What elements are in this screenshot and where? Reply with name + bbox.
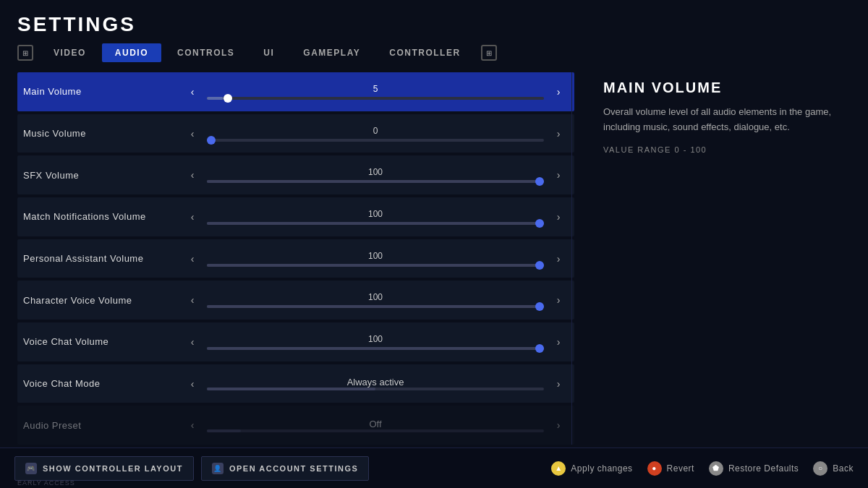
revert-button[interactable]: ● Revert [647, 461, 694, 476]
setting-row-personal-assistant-volume[interactable]: Personal Assistant Volume ‹ 100 › [17, 239, 574, 278]
controller-icon: 🎮 [25, 463, 37, 474]
slider-value-personal-assistant-volume: 100 [368, 251, 383, 261]
setting-row-main-volume[interactable]: Main Volume ‹ 5 › [17, 72, 574, 111]
arrow-right-character-voice-volume[interactable]: › [548, 290, 569, 310]
tab-icon-left: ⊞ [17, 45, 33, 61]
page-title: SETTINGS [0, 0, 868, 43]
arrow-right-match-notifications-volume[interactable]: › [548, 207, 569, 227]
tab-ui[interactable]: UI [250, 43, 287, 62]
setting-row-match-notifications-volume[interactable]: Match Notifications Volume ‹ 100 › [17, 197, 574, 236]
setting-label-music-volume: Music Volume [23, 128, 182, 139]
settings-list: Main Volume ‹ 5 › Music Volume ‹ 0 [17, 72, 574, 445]
setting-label-character-voice-volume: Character Voice Volume [23, 295, 182, 306]
apply-label: Apply changes [571, 463, 632, 474]
bottom-right-actions: ▲ Apply changes ● Revert ⬟ Restore Defau… [551, 461, 854, 476]
tab-audio[interactable]: AUDIO [102, 43, 161, 62]
detail-range: VALUE RANGE 0 - 100 [603, 145, 836, 154]
setting-label-voice-chat-volume: Voice Chat Volume [23, 336, 182, 347]
divider [571, 72, 572, 445]
arrow-left-sfx-volume[interactable]: ‹ [182, 165, 203, 185]
arrow-left-main-volume[interactable]: ‹ [182, 82, 203, 102]
tab-gameplay[interactable]: GAMEPLAY [290, 43, 373, 62]
setting-label-voice-chat-mode: Voice Chat Mode [23, 378, 182, 389]
apply-changes-button[interactable]: ▲ Apply changes [551, 461, 632, 476]
select-value-audio-preset: Off [369, 419, 381, 429]
slider-value-music-volume: 0 [373, 126, 378, 136]
arrow-right-music-volume[interactable]: › [548, 124, 569, 144]
arrow-right-voice-chat-mode[interactable]: › [548, 374, 569, 394]
account-icon: 👤 [212, 463, 224, 474]
back-circle-icon: ○ [813, 461, 827, 476]
tab-controls[interactable]: CONTROLS [164, 43, 247, 62]
setting-label-personal-assistant-volume: Personal Assistant Volume [23, 253, 182, 264]
slider-value-main-volume: 5 [373, 84, 378, 94]
revert-circle-icon: ● [647, 461, 662, 476]
bottom-bar: 🎮 SHOW CONTROLLER LAYOUT 👤 OPEN ACCOUNT … [0, 448, 868, 488]
restore-label: Restore Defaults [728, 463, 799, 474]
select-value-voice-chat-mode: Always active [347, 377, 404, 388]
tabs-bar: ⊞ VIDEO AUDIO CONTROLS UI GAMEPLAY CONTR… [0, 43, 868, 62]
detail-description: Overall volume level of all audio elemen… [603, 105, 836, 135]
setting-row-music-volume[interactable]: Music Volume ‹ 0 › [17, 114, 574, 153]
arrow-right-personal-assistant-volume[interactable]: › [548, 249, 569, 269]
back-label: Back [833, 463, 854, 474]
arrow-right-audio-preset: › [548, 415, 569, 435]
restore-circle-icon: ⬟ [709, 461, 723, 476]
arrow-left-music-volume[interactable]: ‹ [182, 124, 203, 144]
setting-label-match-notifications-volume: Match Notifications Volume [23, 211, 182, 222]
apply-circle-icon: ▲ [551, 461, 566, 476]
setting-label-audio-preset: Audio Preset [23, 420, 182, 431]
open-account-settings-button[interactable]: 👤 OPEN ACCOUNT SETTINGS [201, 456, 369, 481]
arrow-left-voice-chat-volume[interactable]: ‹ [182, 332, 203, 352]
tab-icon-right: ⊞ [481, 45, 497, 61]
slider-value-character-voice-volume: 100 [368, 292, 383, 302]
arrow-left-voice-chat-mode[interactable]: ‹ [182, 374, 203, 394]
arrow-left-character-voice-volume[interactable]: ‹ [182, 290, 203, 310]
setting-row-voice-chat-mode[interactable]: Voice Chat Mode ‹ Always active › [17, 364, 574, 403]
slider-value-sfx-volume: 100 [368, 167, 383, 177]
slider-value-match-notifications-volume: 100 [368, 209, 383, 219]
detail-panel: MAIN VOLUME Overall volume level of all … [589, 72, 851, 445]
arrow-left-match-notifications-volume[interactable]: ‹ [182, 207, 203, 227]
tab-controller[interactable]: CONTROLLER [376, 43, 473, 62]
early-access-label: EARLY ACCESS [17, 479, 75, 487]
back-button[interactable]: ○ Back [813, 461, 854, 476]
detail-title: MAIN VOLUME [603, 80, 836, 96]
show-controller-label: SHOW CONTROLLER LAYOUT [43, 464, 183, 473]
restore-defaults-button[interactable]: ⬟ Restore Defaults [709, 461, 799, 476]
arrow-right-main-volume[interactable]: › [548, 82, 569, 102]
open-account-label: OPEN ACCOUNT SETTINGS [229, 464, 358, 473]
show-controller-layout-button[interactable]: 🎮 SHOW CONTROLLER LAYOUT [14, 456, 194, 481]
setting-label-sfx-volume: SFX Volume [23, 170, 182, 181]
setting-label-main-volume: Main Volume [23, 86, 182, 97]
arrow-left-audio-preset: ‹ [182, 415, 203, 435]
setting-row-audio-preset: Audio Preset ‹ Off › [17, 406, 574, 445]
revert-label: Revert [667, 463, 694, 474]
setting-row-character-voice-volume[interactable]: Character Voice Volume ‹ 100 › [17, 281, 574, 320]
tab-video[interactable]: VIDEO [41, 43, 99, 62]
arrow-right-voice-chat-volume[interactable]: › [548, 332, 569, 352]
setting-row-voice-chat-volume[interactable]: Voice Chat Volume ‹ 100 › [17, 322, 574, 361]
arrow-left-personal-assistant-volume[interactable]: ‹ [182, 249, 203, 269]
arrow-right-sfx-volume[interactable]: › [548, 165, 569, 185]
slider-value-voice-chat-volume: 100 [368, 334, 383, 344]
setting-row-sfx-volume[interactable]: SFX Volume ‹ 100 › [17, 155, 574, 194]
